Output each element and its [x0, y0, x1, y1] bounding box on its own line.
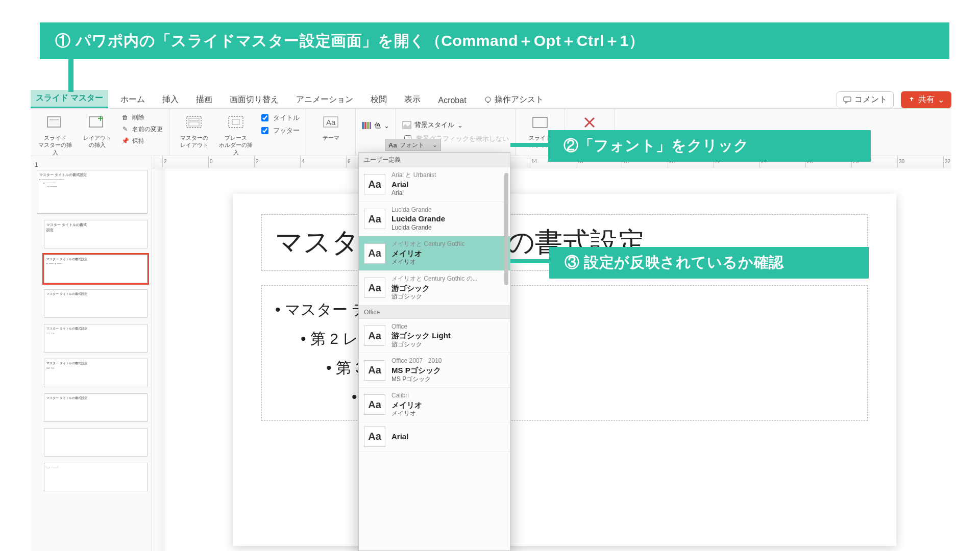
theme-button[interactable]: Aa テーマ — [312, 113, 349, 141]
colors-dropdown[interactable]: 色⌄ — [362, 121, 389, 130]
ruler-mark: 30 — [899, 159, 904, 164]
font-preview-icon: Aa — [364, 394, 385, 415]
callout-step-2: ②「フォント」をクリック — [548, 130, 871, 162]
tab-insert[interactable]: 挿入 — [157, 91, 184, 108]
ruler-mark: 4 — [302, 159, 305, 164]
chevron-down-icon: ⌄ — [457, 121, 463, 129]
insert-slide-master-button[interactable]: スライド マスターの挿入 — [37, 113, 74, 156]
tab-animation[interactable]: アニメーション — [291, 91, 358, 108]
title-checkbox[interactable]: タイトル — [259, 113, 300, 123]
svg-rect-6 — [50, 123, 59, 124]
font-option-2[interactable]: Aaメイリオと Century Gothicメイリオメイリオ — [359, 236, 510, 271]
share-button[interactable]: 共有 ⌄ — [901, 91, 951, 108]
comment-icon — [843, 96, 851, 104]
ruler-mark: 32 — [945, 159, 950, 164]
font-preview-icon: Aa — [364, 427, 385, 447]
pin-icon: 📌 — [120, 136, 130, 145]
thumbnail-panel[interactable]: 1 マスター タイトルの書式設定 • ─────────• ────• ─── … — [31, 156, 152, 551]
insert-layout-button[interactable]: レイアウト の挿入 — [79, 113, 115, 149]
colors-icon — [362, 122, 371, 129]
close-icon — [582, 115, 597, 130]
svg-rect-4 — [50, 119, 59, 120]
tab-draw[interactable]: 描画 — [191, 91, 217, 108]
callout-stem-2 — [510, 143, 549, 147]
tab-home[interactable]: ホーム — [115, 91, 150, 108]
font-option-body: Arial — [391, 189, 436, 197]
font-option-caption: メイリオと Century Gothic — [391, 240, 464, 248]
chevron-down-icon: ⌄ — [384, 122, 389, 130]
comments-button[interactable]: コメント — [837, 91, 894, 108]
font-option-heading: Arial — [391, 180, 436, 190]
insert-placeholder-button[interactable]: プレース ホルダーの挿入 — [217, 113, 254, 156]
font-option-4[interactable]: AaOffice游ゴシック Light游ゴシック — [359, 319, 510, 354]
svg-rect-1 — [487, 102, 489, 103]
ruler-mark: 6 — [348, 159, 351, 164]
tab-tell-me[interactable]: 操作アシスト — [479, 91, 549, 108]
layout-thumbnail-6[interactable]: マスター タイトルの書式設定 — [44, 393, 148, 422]
font-dropdown-panel[interactable]: ユーザー定義 AaArial と UrbanistArialArialAaLuc… — [358, 152, 510, 551]
font-option-heading: 游ゴシック Light — [391, 331, 451, 341]
svg-rect-19 — [367, 122, 369, 129]
ruler-mark: 14 — [531, 159, 537, 164]
layout-thumbnail-7[interactable] — [44, 428, 148, 457]
font-option-caption: Office 2007 - 2010 — [391, 357, 442, 365]
tab-view[interactable]: 表示 — [399, 91, 426, 108]
font-preview-icon: Aa — [364, 278, 385, 298]
font-option-body: メイリオ — [391, 410, 422, 418]
font-preview-icon: Aa — [364, 325, 385, 346]
font-option-7[interactable]: AaArial — [359, 422, 510, 452]
rename-icon: ✎ — [120, 124, 130, 134]
font-panel-scrollbar[interactable] — [504, 173, 508, 285]
fonts-dropdown-trigger[interactable]: Aa フォント ⌄ — [385, 139, 441, 151]
layout-thumbnail-4[interactable]: マスター タイトルの書式設定▭ ▭ — [44, 324, 148, 353]
master-thumbnail[interactable]: マスター タイトルの書式設定 • ─────────• ────• ─── — [37, 170, 148, 214]
svg-rect-5 — [50, 121, 59, 122]
svg-rect-18 — [364, 122, 366, 129]
font-option-body: Lucida Grande — [391, 224, 445, 232]
layout-thumbnail-8[interactable]: ▭ ─── — [44, 463, 148, 491]
layout-thumbnail-1[interactable]: マスター タイトルの書式 設定 — [44, 220, 148, 248]
font-option-1[interactable]: AaLucida GrandeLucida GrandeLucida Grand… — [359, 202, 510, 237]
preserve-button[interactable]: 📌保持 — [120, 136, 163, 145]
layout-thumbnail-2[interactable]: マスター タイトルの書式設定• ── • ── — [44, 255, 148, 283]
font-option-3[interactable]: Aaメイリオと Century Gothic の...游ゴシック游ゴシック — [359, 271, 510, 306]
font-option-caption: Office — [391, 323, 451, 331]
font-option-heading: Arial — [391, 432, 408, 442]
layout-thumbnail-3[interactable]: マスター タイトルの書式設定 — [44, 289, 148, 318]
delete-icon: 🗑 — [120, 113, 130, 122]
slide-canvas[interactable]: マスター タイトルの書式設定 • マスター テキストの書式設定 • 第 2 レベ… — [166, 177, 943, 545]
svg-rect-17 — [362, 122, 364, 129]
rename-button[interactable]: ✎名前の変更 — [120, 124, 163, 134]
lightbulb-icon — [484, 96, 492, 104]
font-preview-icon: Aa — [364, 209, 385, 229]
svg-rect-22 — [533, 117, 547, 128]
thumbnail-index: 1 — [35, 161, 148, 168]
svg-text:Aa: Aa — [326, 118, 336, 127]
background-style-dropdown[interactable]: 背景スタイル⌄ — [402, 120, 463, 130]
tab-transition[interactable]: 画面切り替え — [225, 91, 284, 108]
font-option-0[interactable]: AaArial と UrbanistArialArial — [359, 167, 510, 202]
font-option-caption: メイリオと Century Gothic の... — [391, 275, 478, 283]
font-option-heading: MS Pゴシック — [391, 365, 442, 375]
font-option-heading: メイリオ — [391, 248, 464, 259]
font-option-heading: メイリオ — [391, 400, 422, 410]
tab-slide-master[interactable]: スライド マスター — [31, 90, 108, 108]
font-option-caption: Calibri — [391, 392, 422, 400]
tab-review[interactable]: 校閲 — [365, 91, 392, 108]
master-layout-button[interactable]: マスターの レイアウト — [176, 113, 212, 149]
callout-step-1: ① パワポ内の「スライドマスター設定画面」を開く（Command＋Opt＋Ctr… — [40, 22, 949, 59]
font-option-5[interactable]: AaOffice 2007 - 2010MS PゴシックMS Pゴシック — [359, 353, 510, 388]
background-icon — [402, 121, 411, 129]
font-option-6[interactable]: AaCalibriメイリオメイリオ — [359, 388, 510, 422]
font-preview-icon: Aa — [364, 243, 385, 264]
svg-rect-12 — [189, 122, 199, 126]
layout-thumbnail-5[interactable]: マスター タイトルの書式設定▭ ▭ — [44, 359, 148, 387]
footer-checkbox[interactable]: フッター — [259, 126, 300, 136]
ruler-mark: 2 — [256, 159, 259, 164]
ruler-mark: 2 — [164, 159, 167, 164]
tab-acrobat[interactable]: Acrobat — [433, 93, 471, 108]
content-placeholder[interactable]: • マスター テキストの書式設定 • 第 2 レベル • 第 3 レベル • 第… — [261, 285, 868, 421]
callout-step-3: ③ 設定が反映されているか確認 — [549, 247, 869, 279]
ribbon-tab-bar: スライド マスター ホーム 挿入 描画 画面切り替え アニメーション 校閲 表示… — [31, 91, 951, 108]
delete-button[interactable]: 🗑削除 — [120, 113, 163, 122]
